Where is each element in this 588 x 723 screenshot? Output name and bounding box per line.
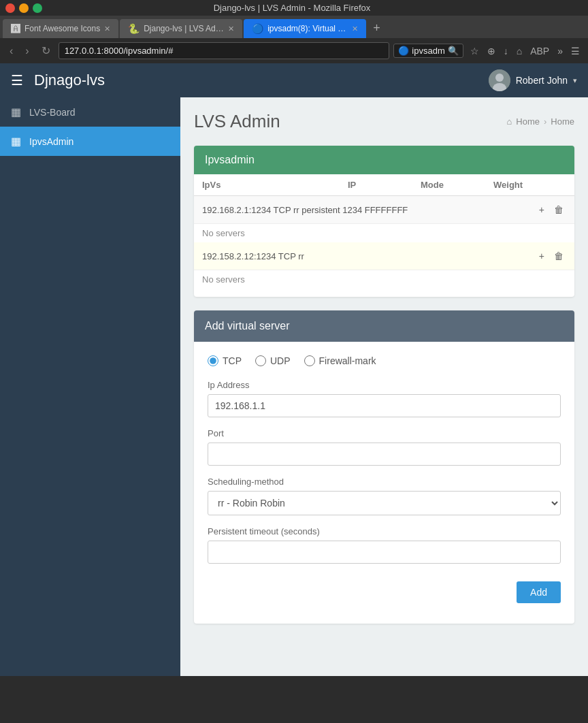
breadcrumb-home[interactable]: Home (516, 116, 540, 127)
title-bar: Django-lvs | LVS Admin - Mozilla Firefox (0, 0, 588, 16)
port-label: Port (208, 428, 561, 438)
reload-button[interactable]: ↻ (37, 43, 54, 59)
ip-address-input[interactable] (208, 394, 561, 417)
content-area: LVS Admin ⌂ Home › Home Ipvsadmin (180, 97, 588, 676)
breadcrumb-separator: › (544, 116, 546, 127)
search-box[interactable]: 🔵 ipvsadm 🔍 (393, 44, 463, 58)
page-title: LVS Admin (194, 111, 280, 132)
scheduling-method-label: Scheduling-method (208, 477, 561, 487)
row-2-no-servers: No servers (194, 270, 574, 289)
hamburger-button[interactable]: ☰ (11, 72, 23, 89)
ip-address-group: Ip Address (208, 380, 561, 417)
maximize-button[interactable] (33, 3, 42, 13)
udp-radio[interactable] (255, 355, 266, 366)
sidebar-item-lvs-board[interactable]: ▦ LVS-Board (0, 97, 180, 127)
tab-ipvsadm[interactable]: 🔵 ipvsadm(8): Virtual S... ✕ (244, 19, 366, 38)
row-2-add-button[interactable]: + (536, 249, 547, 263)
page-header: LVS Admin ⌂ Home › Home (194, 111, 574, 132)
bookmark-icon[interactable]: ☆ (468, 44, 482, 58)
breadcrumb: ⌂ Home › Home (506, 116, 574, 127)
row-1-delete-button[interactable]: 🗑 (551, 203, 566, 216)
breadcrumb-current: Home (551, 116, 574, 127)
history-icon[interactable]: ⊕ (485, 44, 498, 58)
udp-option[interactable]: UDP (255, 355, 291, 366)
sidebar: ▦ LVS-Board ▦ IpvsAdmin (0, 97, 180, 676)
search-icon: 🔵 (398, 46, 409, 56)
firewall-radio[interactable] (304, 355, 315, 366)
avatar (489, 69, 510, 91)
tab-close-2[interactable]: ✕ (228, 25, 234, 33)
th-ip: IP (348, 180, 421, 190)
toolbar-icons: ☆ ⊕ ↓ ⌂ ABP » ☰ (468, 44, 583, 58)
home-icon[interactable]: ⌂ (514, 44, 525, 58)
row-2-text: 192.158.2.12:1234 TCP rr (202, 251, 304, 261)
sidebar-item-ipvsadmin[interactable]: ▦ IpvsAdmin (0, 127, 180, 156)
extension-icon[interactable]: ABP (527, 44, 552, 58)
tab-font-awesome[interactable]: 🅰 Font Awesome Icons ✕ (3, 19, 118, 38)
button-container: Add (208, 575, 561, 610)
port-input[interactable] (208, 443, 561, 466)
ipvsadmin-card-body: IpVs IP Mode Weight 192.168.2.1:1234 TCP… (194, 174, 574, 297)
row-2-delete-button[interactable]: 🗑 (551, 249, 566, 263)
persistent-timeout-group: Persistent timeout (seconds) (208, 526, 561, 564)
close-button[interactable] (5, 3, 15, 13)
menu-icon[interactable]: ☰ (568, 44, 583, 58)
add-virtual-server-title: Add virtual server (205, 320, 290, 332)
minimize-button[interactable] (19, 3, 29, 13)
lvs-board-icon: ▦ (11, 106, 21, 118)
address-input[interactable] (59, 42, 390, 59)
row-2-actions: + 🗑 (536, 249, 566, 263)
ipvsadmin-card-title: Ipvsadmin (205, 154, 255, 165)
tab-label-3: ipvsadm(8): Virtual S... (267, 24, 348, 33)
sidebar-item-label-ipvsadmin: IpvsAdmin (29, 136, 74, 147)
row-1-actions: + 🗑 (536, 203, 566, 216)
tab-label-2: Django-lvs | LVS Admin (144, 24, 224, 33)
app-container: ☰ Djnago-lvs Robert John ▾ ▦ (0, 63, 588, 676)
tab-favicon-3: 🔵 (252, 23, 263, 34)
scheduling-method-select[interactable]: rr - Robin Robin wrr - Weighted Round Ro… (208, 491, 561, 515)
add-virtual-server-header: Add virtual server (194, 310, 574, 342)
new-tab-button[interactable]: + (368, 18, 386, 38)
tab-django-lvs[interactable]: 🐍 Django-lvs | LVS Admin ✕ (120, 19, 242, 38)
table-header: IpVs IP Mode Weight (194, 174, 574, 196)
ip-address-label: Ip Address (208, 380, 561, 390)
search-text: ipvsadm (412, 46, 444, 56)
tab-close-3[interactable]: ✕ (352, 25, 358, 33)
breadcrumb-home-icon: ⌂ (506, 116, 512, 127)
tab-favicon-2: 🐍 (128, 23, 140, 34)
main-area: ▦ LVS-Board ▦ IpvsAdmin LVS Admin ⌂ Home… (0, 97, 588, 676)
back-button[interactable]: ‹ (5, 44, 17, 59)
tab-close-1[interactable]: ✕ (104, 25, 110, 33)
add-virtual-server-body: TCP UDP Firewall-mark (194, 342, 574, 624)
tab-bar: 🅰 Font Awesome Icons ✕ 🐍 Django-lvs | LV… (0, 16, 588, 38)
table-row-2: 192.158.2.12:1234 TCP rr + 🗑 (194, 242, 574, 270)
row-1-text: 192.168.2.1:1234 TCP rr persistent 1234 … (202, 205, 408, 215)
tab-label-1: Font Awesome Icons (24, 24, 100, 33)
th-mode: Mode (421, 180, 493, 190)
ipvsadmin-card: Ipvsadmin IpVs IP Mode Weight 192.168.2.… (194, 146, 574, 297)
table-row-1: 192.168.2.1:1234 TCP rr persistent 1234 … (194, 196, 574, 224)
tcp-radio[interactable] (208, 355, 218, 366)
username: Robert John (516, 75, 568, 86)
tcp-label: TCP (223, 355, 242, 366)
forward-button[interactable]: › (21, 44, 33, 59)
persistent-timeout-input[interactable] (208, 541, 561, 564)
add-button[interactable]: Add (517, 581, 561, 603)
tcp-option[interactable]: TCP (208, 355, 242, 366)
user-dropdown-arrow: ▾ (573, 76, 577, 85)
row-1-add-button[interactable]: + (536, 203, 547, 216)
svg-point-1 (495, 74, 504, 82)
window-title: Django-lvs | LVS Admin - Mozilla Firefox (42, 3, 542, 13)
top-navbar: ☰ Djnago-lvs Robert John ▾ (0, 63, 588, 97)
user-menu[interactable]: Robert John ▾ (489, 69, 577, 91)
udp-label: UDP (270, 355, 291, 366)
row-1-no-servers: No servers (194, 224, 574, 242)
search-magnifier-icon: 🔍 (448, 46, 459, 56)
th-weight: Weight (493, 180, 566, 190)
more-icon[interactable]: » (555, 44, 566, 58)
firewall-option[interactable]: Firewall-mark (304, 355, 376, 366)
window-controls[interactable] (5, 3, 42, 13)
download-icon[interactable]: ↓ (501, 44, 511, 58)
firewall-label: Firewall-mark (319, 355, 376, 366)
sidebar-item-label-lvs-board: LVS-Board (29, 107, 75, 118)
